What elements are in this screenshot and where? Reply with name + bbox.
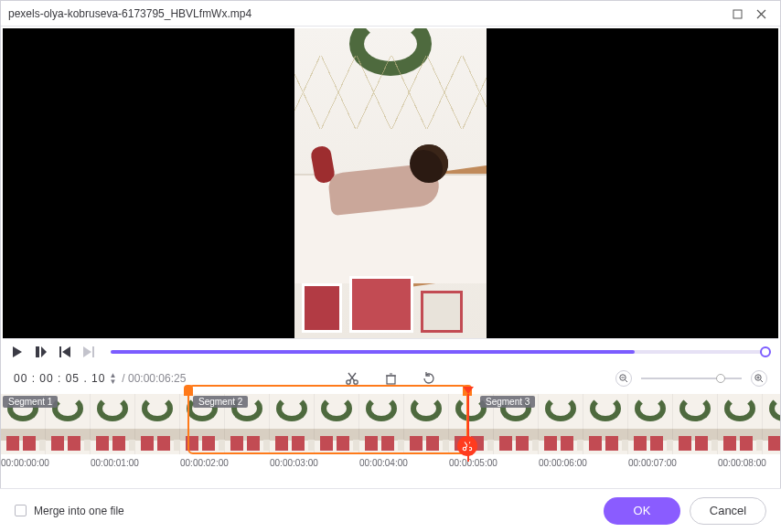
merge-checkbox[interactable] <box>15 505 27 516</box>
ok-button[interactable]: OK <box>604 497 680 525</box>
timeline-thumb[interactable] <box>270 394 315 454</box>
zoom-in-button[interactable] <box>751 370 767 387</box>
playhead[interactable] <box>463 387 474 394</box>
timeline-thumb[interactable] <box>494 394 539 454</box>
timeline-thumb[interactable] <box>673 394 718 454</box>
transport-bar <box>1 341 780 363</box>
tick-label: 00:00:06:00 <box>539 458 628 468</box>
rotate-icon[interactable] <box>421 370 437 387</box>
tick-label: 00:00:04:00 <box>359 458 449 468</box>
tick-label: 00:00:05:00 <box>449 458 539 468</box>
zoom-out-button[interactable] <box>615 370 632 387</box>
timeline-thumb[interactable] <box>46 394 91 454</box>
timeline-thumb[interactable] <box>225 394 270 454</box>
tick-label: 00:00:03:00 <box>270 458 359 468</box>
scissors-icon[interactable] <box>344 370 360 387</box>
next-frame-button[interactable] <box>81 345 96 359</box>
preview-frame <box>294 28 487 338</box>
timeline-thumb[interactable] <box>1 394 46 454</box>
svg-rect-6 <box>387 376 395 384</box>
video-preview <box>3 28 778 339</box>
timeline-thumb[interactable] <box>763 394 780 454</box>
close-icon[interactable] <box>749 7 773 20</box>
tick-label: 00:00:07:00 <box>628 458 718 468</box>
timeline-thumb[interactable] <box>404 394 449 454</box>
timeline[interactable]: Segment 1 Segment 2 Segment 3 00:00:00:0… <box>1 394 780 473</box>
tick-label: 00:00:02:00 <box>180 458 270 468</box>
seek-bar[interactable] <box>111 350 765 354</box>
tick-label: 00:00:08:00 <box>718 458 781 468</box>
prev-frame-button[interactable] <box>58 345 72 359</box>
timeline-thumb[interactable] <box>539 394 583 454</box>
tick-label: 00:00:01:00 <box>91 458 180 468</box>
stop-button[interactable] <box>34 345 48 359</box>
merge-label: Merge into one file <box>34 505 124 517</box>
timeline-thumb[interactable] <box>359 394 404 454</box>
time-stepper[interactable]: ▲▼ <box>109 372 116 385</box>
timeline-thumb[interactable] <box>135 394 180 454</box>
svg-rect-3 <box>92 346 94 357</box>
svg-rect-1 <box>36 346 39 357</box>
play-button[interactable] <box>10 345 25 359</box>
title-bar: pexels-olya-kobruseva-6173795_HBVLfmWx.m… <box>1 1 780 27</box>
seek-knob[interactable] <box>760 346 771 357</box>
cancel-button[interactable]: Cancel <box>690 497 766 525</box>
svg-rect-2 <box>59 346 61 357</box>
timeline-thumb[interactable] <box>180 394 225 454</box>
timeline-thumb[interactable] <box>583 394 628 454</box>
trash-icon[interactable] <box>382 370 399 387</box>
time-ruler: 00:00:00:0000:00:01:0000:00:02:0000:00:0… <box>1 454 780 473</box>
tick-label: 00:00:00:00 <box>1 458 91 468</box>
current-time: 00 : 00 : 05 . 10 <box>14 372 105 385</box>
svg-rect-0 <box>733 10 742 18</box>
footer-bar: Merge into one file OK Cancel <box>0 488 781 532</box>
timeline-thumb[interactable] <box>315 394 359 454</box>
duration: / 00:00:06:25 <box>122 372 186 385</box>
time-input[interactable]: 00 : 00 : 05 . 10 ▲▼ / 00:00:06:25 <box>14 372 186 385</box>
maximize-icon[interactable] <box>725 7 749 20</box>
zoom-slider[interactable] <box>641 378 742 379</box>
zoom-knob[interactable] <box>716 374 725 383</box>
timeline-thumb[interactable] <box>718 394 763 454</box>
timeline-thumb[interactable] <box>91 394 135 454</box>
edit-toolbar: 00 : 00 : 05 . 10 ▲▼ / 00:00:06:25 <box>1 363 780 394</box>
window-title: pexels-olya-kobruseva-6173795_HBVLfmWx.m… <box>8 7 725 20</box>
timeline-thumb[interactable] <box>628 394 673 454</box>
